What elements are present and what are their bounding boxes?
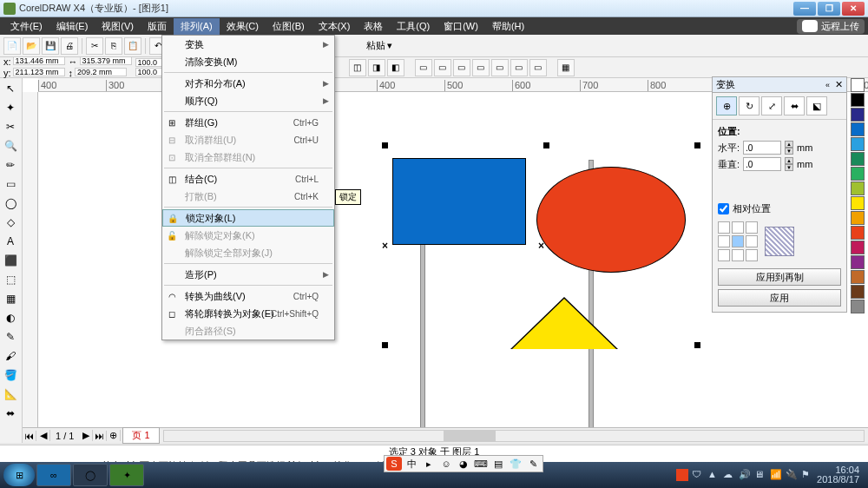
- spin-down[interactable]: ▼: [785, 148, 793, 155]
- menu-item[interactable]: 帮助(H): [485, 18, 531, 35]
- menu-item[interactable]: 视图(V): [95, 18, 141, 35]
- docker-minimize-icon[interactable]: «: [825, 81, 830, 89]
- h-input[interactable]: [743, 141, 781, 155]
- ime-button[interactable]: ☺: [438, 457, 454, 471]
- menu-item[interactable]: 位图(B): [266, 18, 312, 35]
- tray-icon[interactable]: 📶: [770, 469, 782, 481]
- align-icon[interactable]: ▭: [472, 59, 490, 76]
- align-icon[interactable]: ▭: [491, 59, 509, 76]
- tray-icon[interactable]: 🔊: [739, 469, 751, 481]
- menu-item[interactable]: 窗口(W): [437, 18, 485, 35]
- scale-tab[interactable]: ⤢: [761, 96, 782, 115]
- tray-icon[interactable]: 🖥: [754, 469, 766, 481]
- color-swatch[interactable]: [851, 300, 865, 313]
- menu-item[interactable]: 清除变换(M): [162, 53, 334, 70]
- copy-button[interactable]: ⎘: [105, 37, 122, 55]
- ime-button[interactable]: S: [386, 457, 402, 471]
- menu-item[interactable]: 对齐和分布(A)▶: [162, 75, 334, 92]
- clipboard-label[interactable]: 粘贴: [366, 39, 385, 52]
- tool-button[interactable]: 🖌: [2, 347, 19, 365]
- align-icon[interactable]: ▭: [529, 59, 547, 76]
- spin-up[interactable]: ▲: [785, 141, 793, 148]
- minimize-button[interactable]: —: [793, 2, 816, 16]
- color-swatch[interactable]: [851, 241, 865, 254]
- print-button[interactable]: 🖨: [61, 37, 78, 55]
- tray-icon[interactable]: 🛡: [692, 469, 704, 481]
- triangle-object[interactable]: [512, 299, 616, 349]
- tool-button[interactable]: 🪣: [2, 366, 19, 384]
- menu-item[interactable]: 变换▶: [162, 36, 334, 53]
- v-input[interactable]: [743, 157, 781, 171]
- apply-button[interactable]: 应用: [718, 289, 841, 307]
- paste-button[interactable]: 📋: [124, 37, 141, 55]
- x-input[interactable]: [13, 56, 65, 65]
- tool-button[interactable]: ◐: [2, 309, 19, 326]
- tool-button[interactable]: ⬌: [2, 405, 19, 422]
- page-next[interactable]: ▶: [79, 430, 93, 441]
- ime-button[interactable]: 👕: [508, 457, 523, 471]
- color-swatch[interactable]: [851, 226, 865, 240]
- color-swatch[interactable]: [851, 78, 865, 92]
- selection-handle[interactable]: [694, 342, 700, 348]
- menu-item[interactable]: 造形(P)▶: [162, 266, 334, 283]
- prop-icon[interactable]: ◫: [349, 59, 366, 76]
- rectangle-object[interactable]: [392, 158, 526, 245]
- ime-button[interactable]: ⌨: [473, 457, 489, 471]
- menu-item[interactable]: 编辑(E): [49, 18, 95, 35]
- menu-item[interactable]: 表格: [357, 18, 390, 35]
- selection-handle[interactable]: ×: [382, 240, 388, 252]
- align-icon[interactable]: ▭: [415, 59, 432, 76]
- tool-button[interactable]: ✦: [2, 99, 19, 116]
- spin-down[interactable]: ▼: [785, 164, 793, 171]
- color-swatch[interactable]: [851, 137, 865, 151]
- page-last[interactable]: ⏭: [93, 431, 107, 441]
- guide-line[interactable]: [420, 240, 425, 438]
- prop-icon[interactable]: ◧: [387, 59, 404, 76]
- new-button[interactable]: 📄: [3, 37, 21, 55]
- width-input[interactable]: [80, 56, 132, 65]
- wrap-icon[interactable]: ▦: [557, 59, 575, 76]
- tray-icon[interactable]: ⚑: [801, 469, 813, 481]
- cut-button[interactable]: ✂: [86, 37, 103, 55]
- selection-handle[interactable]: [543, 142, 549, 148]
- tool-button[interactable]: ✎: [2, 328, 19, 346]
- color-swatch[interactable]: [851, 255, 865, 269]
- tool-button[interactable]: ⬛: [2, 252, 19, 269]
- ime-button[interactable]: ▸: [421, 457, 437, 471]
- tool-button[interactable]: 📐: [2, 386, 19, 403]
- tool-button[interactable]: ✂: [2, 118, 19, 135]
- color-swatch[interactable]: [851, 270, 865, 284]
- size-tab[interactable]: ⬌: [784, 96, 805, 115]
- menu-item[interactable]: 🔒锁定对象(L): [162, 209, 334, 227]
- prop-icon[interactable]: ◨: [368, 59, 385, 76]
- page-prev[interactable]: ◀: [36, 430, 50, 441]
- menu-item[interactable]: 效果(C): [220, 18, 266, 35]
- menu-item[interactable]: ◠转换为曲线(V)Ctrl+Q: [162, 287, 334, 305]
- tool-button[interactable]: ⬚: [2, 271, 19, 288]
- cloud-upload-button[interactable]: 远程上传: [797, 19, 865, 34]
- position-tab[interactable]: ⊕: [716, 96, 737, 115]
- apply-duplicate-button[interactable]: 应用到再制: [718, 268, 841, 286]
- rotate-tab[interactable]: ↻: [739, 96, 760, 115]
- tray-icon[interactable]: 🔌: [786, 469, 798, 481]
- selection-handle[interactable]: [382, 142, 388, 148]
- align-icon[interactable]: ▭: [453, 59, 470, 76]
- menu-item[interactable]: 文件(E): [3, 18, 49, 35]
- selection-handle[interactable]: [694, 142, 700, 148]
- menu-item[interactable]: ◻将轮廓转换为对象(E)Ctrl+Shift+Q: [162, 305, 334, 322]
- color-swatch[interactable]: [851, 285, 865, 299]
- taskbar-chrome[interactable]: ◯: [73, 464, 108, 486]
- tool-button[interactable]: ✏: [2, 156, 19, 174]
- menu-item[interactable]: 顺序(Q)▶: [162, 92, 334, 109]
- tool-button[interactable]: ↖: [2, 80, 19, 97]
- taskbar-app[interactable]: ∞: [36, 464, 71, 486]
- ime-button[interactable]: ▤: [490, 457, 506, 471]
- clock-date[interactable]: 2018/8/17: [817, 475, 859, 485]
- tool-button[interactable]: ◇: [2, 214, 19, 231]
- menu-item[interactable]: 工具(Q): [390, 18, 437, 35]
- page-add[interactable]: ⊕: [107, 430, 121, 441]
- horizontal-scrollbar[interactable]: [163, 430, 865, 442]
- color-swatch[interactable]: [851, 211, 865, 225]
- color-swatch[interactable]: [851, 181, 865, 195]
- menu-item[interactable]: 版面: [141, 18, 174, 35]
